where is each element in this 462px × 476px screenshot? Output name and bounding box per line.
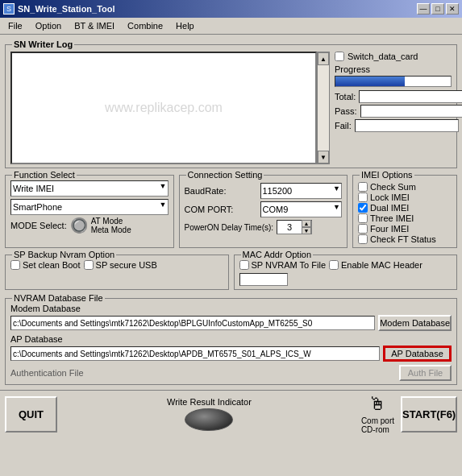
set-clean-boot-label: Set clean Boot: [23, 260, 81, 270]
three-imei-checkbox[interactable]: [358, 213, 368, 223]
at-meta-col: AT Mode Meta Mode: [91, 217, 131, 234]
meta-mode-label: Meta Mode: [91, 226, 131, 234]
spinner-up-button[interactable]: ▲: [302, 220, 311, 227]
com-port-dropdown[interactable]: COM9: [260, 201, 343, 217]
menu-help[interactable]: Help: [171, 19, 199, 32]
power-on-label: PowerON Delay Time(s):: [185, 223, 274, 232]
sp-backup-title: SP Backup Nvram Option: [12, 250, 116, 259]
check-sum-checkbox[interactable]: [358, 182, 368, 192]
fail-row: Fail:: [335, 119, 452, 132]
switch-data-card-label: Switch_data_card: [348, 52, 418, 61]
dual-imei-label: Dual IMEI: [370, 203, 409, 213]
auth-file-button[interactable]: Auth File: [399, 365, 452, 381]
scroll-track[interactable]: [318, 65, 329, 151]
power-on-row: PowerON Delay Time(s): ▲ ▼: [185, 220, 343, 234]
set-clean-boot-checkbox[interactable]: [10, 260, 20, 270]
title-bar: S SN_Write_Station_Tool — □ ✕: [0, 0, 462, 18]
log-scrollbar[interactable]: ▲ ▼: [317, 52, 330, 164]
mode-row: MODE Select: 🔘 AT Mode Meta Mode: [10, 217, 169, 234]
ap-db-field-row: AP Database: [10, 346, 452, 362]
right-panel: Switch_data_card Progress Total: Pass:: [335, 52, 452, 164]
baud-rate-wrapper: 115200: [260, 183, 343, 199]
switch-row: Switch_data_card: [335, 52, 452, 61]
set-clean-boot-item: Set clean Boot: [10, 260, 81, 270]
function-select-dropdown[interactable]: Write IMEI: [10, 180, 169, 197]
modem-db-button[interactable]: Modem Database: [378, 315, 452, 331]
check-sum-label: Check Sum: [370, 182, 416, 192]
window-title: SN_Write_Station_Tool: [18, 4, 115, 14]
imei-checks: Check Sum Lock IMEI Dual IMEI Three IMEI…: [358, 182, 452, 244]
com-port-label: Com port: [361, 416, 394, 425]
dual-imei-checkbox[interactable]: [358, 203, 368, 213]
enable-mac-header-checkbox[interactable]: [329, 260, 339, 270]
progress-label: Progress: [335, 64, 452, 74]
lock-imei-label: Lock IMEI: [370, 192, 410, 202]
enable-mac-header-item: Enable MAC Header: [329, 260, 422, 270]
total-input[interactable]: [359, 90, 462, 103]
imei-options-box: IMEI Options Check Sum Lock IMEI Dual IM…: [352, 175, 457, 248]
pass-input[interactable]: [360, 105, 462, 118]
modem-db-field-row: Modem Database: [10, 315, 452, 331]
menu-bt-imei[interactable]: BT & IMEI: [69, 19, 119, 32]
progress-section: Progress: [335, 64, 452, 87]
three-imei-label: Three IMEI: [370, 213, 414, 223]
ap-db-button[interactable]: AP Database: [383, 346, 452, 362]
power-on-value[interactable]: [277, 222, 302, 232]
check-ft-status-checkbox[interactable]: [358, 234, 368, 244]
spinner-down-button[interactable]: ▼: [302, 227, 311, 234]
mac-addr-box: MAC Addr Option SP NVRAM To File Enable …: [234, 255, 458, 290]
fail-input[interactable]: [355, 119, 459, 132]
write-indicator-label: Write Result Indicator: [167, 397, 252, 407]
ap-db-input[interactable]: [10, 346, 380, 361]
sp-nvram-to-file-item: SP NVRAM To File: [239, 260, 327, 270]
maximize-button[interactable]: □: [431, 3, 444, 14]
menu-bar: File Option BT & IMEI Combine Help: [0, 18, 462, 35]
imei-options-title: IMEI Options: [360, 170, 414, 180]
switch-data-card-checkbox[interactable]: [335, 52, 344, 61]
progress-bar-fill: [335, 77, 405, 86]
nvram-title: NVRAM Database File: [12, 293, 105, 303]
four-imei-checkbox[interactable]: [358, 224, 368, 234]
minimize-button[interactable]: —: [417, 3, 430, 14]
spinner-buttons: ▲ ▼: [302, 220, 311, 234]
com-cd-labels: Com port CD-rom: [361, 416, 394, 434]
power-on-spinner[interactable]: ▲ ▼: [277, 220, 312, 234]
write-indicator: Write Result Indicator: [64, 397, 355, 431]
menu-option[interactable]: Option: [31, 19, 66, 32]
total-label: Total:: [335, 92, 356, 101]
baud-rate-row: BaudRate: 115200: [185, 183, 343, 199]
baud-rate-dropdown[interactable]: 115200: [260, 183, 343, 199]
pass-row: Pass:: [335, 105, 452, 118]
com-port-row: COM PORT: COM9: [185, 201, 343, 217]
device-select-dropdown[interactable]: SmartPhone: [10, 199, 169, 215]
lock-imei-item: Lock IMEI: [358, 192, 452, 202]
menu-combine[interactable]: Combine: [123, 19, 168, 32]
fail-label: Fail:: [335, 121, 352, 130]
start-button[interactable]: START(F6): [401, 396, 457, 433]
function-select-box: Function Select Write IMEI SmartPhone MO…: [5, 175, 174, 248]
bottom-section: QUIT Write Result Indicator 🖱 Com port C…: [0, 390, 462, 437]
baud-rate-label: BaudRate:: [185, 186, 257, 196]
sp-nvram-to-file-checkbox[interactable]: [239, 260, 249, 270]
connection-setting-box: Connection Setting BaudRate: 115200 COM …: [179, 175, 348, 248]
scroll-down-button[interactable]: ▼: [318, 151, 329, 163]
modem-db-input[interactable]: [10, 316, 375, 330]
check-ft-status-label: Check FT Status: [370, 234, 436, 244]
com-cd-section: 🖱 Com port CD-rom: [361, 394, 394, 434]
close-button[interactable]: ✕: [446, 3, 459, 14]
lock-imei-checkbox[interactable]: [358, 192, 368, 202]
sp-secure-usb-item: SP secure USB: [84, 260, 157, 270]
scroll-up-button[interactable]: ▲: [318, 52, 329, 65]
sp-secure-usb-label: SP secure USB: [96, 260, 157, 270]
four-imei-item: Four IMEI: [358, 224, 452, 234]
sp-secure-usb-checkbox[interactable]: [84, 260, 94, 270]
oval-indicator: [185, 408, 233, 431]
result-fields: Total: Pass: Fail:: [335, 90, 452, 132]
quit-button[interactable]: QUIT: [5, 396, 57, 433]
modem-db-row: Modem Database Modem Database: [10, 304, 452, 331]
menu-file[interactable]: File: [3, 19, 27, 32]
progress-bar-container: [335, 76, 452, 87]
auth-file-row: Authentication File Auth File: [10, 365, 452, 381]
mac-addr-input[interactable]: [239, 273, 288, 286]
sp-backup-box: SP Backup Nvram Option Set clean Boot SP…: [5, 255, 229, 290]
